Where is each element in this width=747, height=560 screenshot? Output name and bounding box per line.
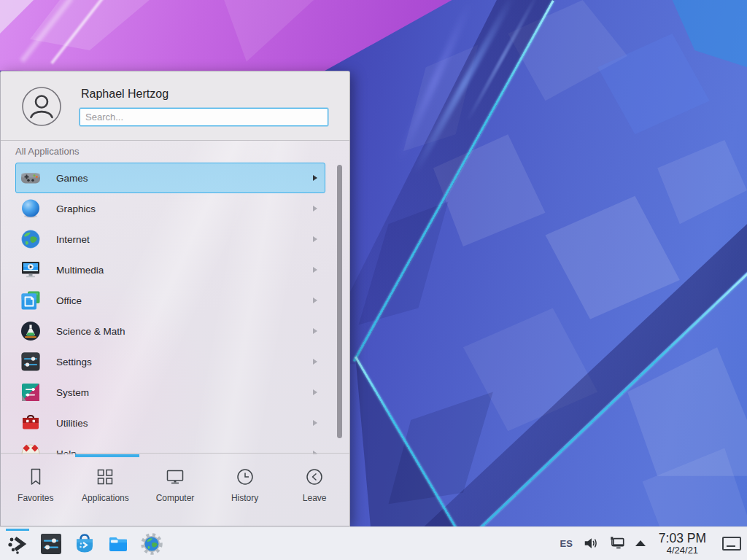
clock-icon bbox=[235, 467, 255, 487]
science-flask-icon bbox=[20, 321, 41, 341]
user-avatar-icon bbox=[21, 86, 62, 127]
menu-item-label: Office bbox=[56, 295, 82, 306]
gamepad-icon bbox=[20, 168, 41, 188]
clock-date: 4/24/21 bbox=[659, 545, 706, 556]
system-tray: ES 7:03 PM 4/2 bbox=[560, 532, 741, 555]
multimedia-monitor-icon bbox=[20, 260, 41, 280]
leave-icon bbox=[304, 467, 325, 487]
folder-icon bbox=[107, 532, 130, 556]
tab-label: Applications bbox=[82, 493, 129, 503]
discover-bag-icon bbox=[73, 532, 96, 556]
desktop: Raphael Hertzog All Applications Games bbox=[0, 0, 747, 560]
menu-item-label: Graphics bbox=[56, 203, 96, 214]
keyboard-layout-indicator[interactable]: ES bbox=[560, 538, 572, 549]
menu-item-graphics[interactable]: Graphics bbox=[15, 193, 325, 224]
application-launcher-button[interactable] bbox=[4, 529, 31, 559]
grid-icon bbox=[95, 467, 115, 487]
tab-label: Leave bbox=[303, 493, 327, 503]
user-name: Raphael Hertzog bbox=[81, 88, 169, 101]
web-browser-button[interactable] bbox=[139, 529, 165, 559]
launcher-header: Raphael Hertzog bbox=[1, 71, 349, 141]
menu-item-office[interactable]: Office bbox=[15, 285, 325, 316]
globe-gear-icon bbox=[140, 532, 163, 556]
tab-label: History bbox=[231, 493, 258, 503]
digital-clock[interactable]: 7:03 PM 4/24/21 bbox=[659, 532, 706, 555]
discover-button[interactable] bbox=[71, 529, 98, 559]
tab-label: Favorites bbox=[18, 493, 53, 503]
application-category-list: Games Graphics bbox=[15, 163, 325, 454]
network-icon[interactable] bbox=[609, 535, 625, 551]
menu-item-label: Multimedia bbox=[56, 265, 104, 276]
menu-item-label: Settings bbox=[56, 357, 92, 368]
clock-time: 7:03 PM bbox=[659, 532, 706, 545]
tab-leave[interactable]: Leave bbox=[279, 467, 349, 526]
submenu-arrow-icon bbox=[313, 267, 317, 273]
menu-item-internet[interactable]: Internet bbox=[15, 224, 325, 254]
scrollbar-thumb[interactable] bbox=[337, 165, 342, 438]
settings-sliders-icon bbox=[20, 351, 41, 372]
menu-item-help[interactable]: Help bbox=[15, 438, 325, 454]
office-document-icon bbox=[20, 290, 41, 311]
system-sliders-icon bbox=[20, 382, 41, 402]
taskbar-panel: ES 7:03 PM 4/2 bbox=[0, 526, 747, 560]
active-launcher-indicator bbox=[6, 529, 29, 531]
application-launcher-menu: Raphael Hertzog All Applications Games bbox=[0, 71, 350, 526]
menu-item-settings[interactable]: Settings bbox=[15, 346, 325, 377]
expand-tray-caret-icon[interactable] bbox=[635, 540, 646, 546]
graphics-sphere-icon bbox=[20, 198, 41, 219]
submenu-arrow-icon bbox=[313, 420, 317, 426]
tab-label: Computer bbox=[156, 493, 195, 503]
menu-item-label: Internet bbox=[56, 234, 90, 245]
search-input[interactable] bbox=[80, 108, 328, 126]
submenu-arrow-icon bbox=[313, 206, 317, 211]
submenu-arrow-icon bbox=[313, 298, 317, 303]
menu-item-label: Utilities bbox=[56, 418, 88, 429]
menu-item-system[interactable]: System bbox=[15, 377, 325, 408]
system-settings-button[interactable] bbox=[38, 529, 64, 559]
active-tab-indicator bbox=[75, 454, 139, 457]
submenu-arrow-icon bbox=[313, 175, 317, 181]
section-label: All Applications bbox=[15, 146, 79, 157]
launcher-tab-bar: Favorites Applications bbox=[1, 453, 349, 526]
menu-item-multimedia[interactable]: Multimedia bbox=[15, 254, 325, 285]
file-manager-button[interactable] bbox=[105, 529, 131, 559]
submenu-arrow-icon bbox=[313, 359, 317, 365]
bookmark-icon bbox=[26, 467, 46, 487]
tab-history[interactable]: History bbox=[210, 467, 280, 526]
submenu-arrow-icon bbox=[313, 389, 317, 395]
globe-icon bbox=[20, 229, 41, 249]
menu-item-label: Games bbox=[56, 173, 88, 184]
computer-icon bbox=[165, 467, 185, 487]
show-desktop-button[interactable] bbox=[722, 537, 741, 551]
submenu-arrow-icon bbox=[313, 328, 317, 334]
menu-item-science-math[interactable]: Science & Math bbox=[15, 316, 325, 346]
menu-item-label: Science & Math bbox=[56, 326, 125, 337]
submenu-arrow-icon bbox=[313, 236, 317, 242]
menu-item-label: System bbox=[56, 387, 89, 398]
kickoff-icon bbox=[6, 532, 29, 556]
menu-item-utilities[interactable]: Utilities bbox=[15, 408, 325, 438]
volume-icon[interactable] bbox=[583, 535, 599, 551]
settings-app-icon bbox=[39, 532, 63, 556]
tab-computer[interactable]: Computer bbox=[140, 467, 210, 526]
toolbox-icon bbox=[20, 413, 41, 433]
tab-applications[interactable]: Applications bbox=[71, 467, 141, 526]
menu-item-games[interactable]: Games bbox=[15, 163, 325, 193]
tab-favorites[interactable]: Favorites bbox=[1, 467, 71, 526]
